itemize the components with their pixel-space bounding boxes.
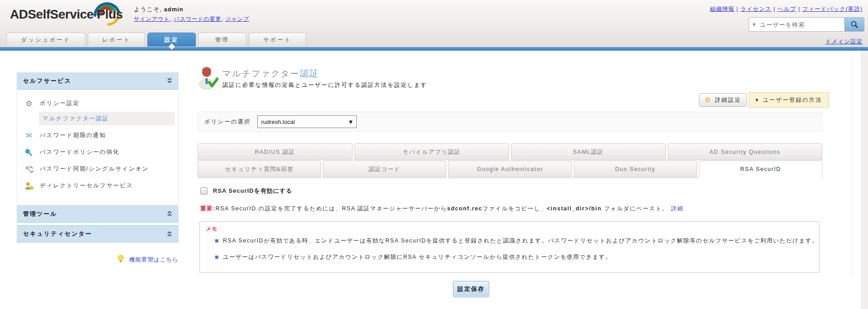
chevron-down-icon: ▼ bbox=[755, 98, 759, 102]
license-link[interactable]: ライセンス bbox=[741, 6, 772, 12]
chevron-double-up-icon bbox=[167, 231, 172, 237]
tab-dashboard[interactable]: ダッシュボード bbox=[6, 33, 85, 47]
policy-select[interactable]: rudresh.local ▼ bbox=[257, 115, 357, 128]
sidebar-item-label: パスワード期限の通知 bbox=[40, 132, 106, 139]
adselfservice-plus-page: ADSelfService Plus ようこそ, admin サインアウト, パ… bbox=[0, 0, 868, 309]
gear-icon: ⚙ bbox=[24, 99, 34, 108]
sidebar-item-label: ポリシー設定 bbox=[40, 100, 80, 107]
sidebar-item-label: ディレクトリーセルフサービス bbox=[40, 182, 133, 190]
accent-bar bbox=[0, 47, 868, 51]
save-settings-button[interactable]: 設定保存 bbox=[453, 281, 489, 297]
tab-radius-auth[interactable]: RADIUS 認証 bbox=[198, 143, 353, 160]
bulb-icon bbox=[117, 258, 126, 264]
user-icon bbox=[24, 182, 34, 190]
advanced-settings-button[interactable]: ⚙ 詳細設定 bbox=[699, 93, 747, 107]
sidebar-item-mfa-selected[interactable]: マルチファクター認証 bbox=[39, 112, 175, 125]
tab-google-authenticator[interactable]: Google Authenticator bbox=[448, 161, 571, 177]
jump-link[interactable]: ジャンプ bbox=[225, 16, 249, 22]
chevron-down-icon: ▼ bbox=[349, 119, 353, 124]
sidebar-item-password-policy[interactable]: パスワードポリシーの強化 bbox=[17, 144, 178, 161]
important-label: 重要: bbox=[200, 205, 216, 212]
sidebar-item-label: パスワードポリシーの強化 bbox=[40, 148, 119, 156]
chevron-double-up-icon bbox=[167, 211, 172, 217]
sidebar-section-label: セルフサービス bbox=[23, 72, 71, 90]
magnifier-icon bbox=[850, 20, 859, 29]
enrollment-methods-button[interactable]: ▼ ユーザー登録の方法 bbox=[749, 92, 829, 108]
policy-selection-bar: ポリシーの選択 rudresh.local ▼ bbox=[198, 112, 822, 132]
page-title: マルチファクター認証 bbox=[222, 68, 319, 80]
vertical-scrollbar[interactable] bbox=[861, 51, 868, 309]
welcome-username: admin bbox=[164, 6, 183, 13]
bullet-icon bbox=[215, 256, 218, 259]
change-password-link[interactable]: パスワードの変更 bbox=[174, 16, 221, 22]
tab-configuration[interactable]: 設定 bbox=[147, 33, 196, 47]
details-link[interactable]: 詳細 bbox=[671, 205, 684, 212]
rsa-enable-checkbox[interactable] bbox=[200, 187, 208, 195]
top-utility-links: 組織情報 | ライセンス | ヘルプ | フィードバック(英語) bbox=[710, 5, 863, 13]
enrollment-methods-label: ユーザー登録の方法 bbox=[763, 96, 822, 104]
sidebar-items: ⚙ ポリシー設定 マルチファクター認証 ✉ パスワード期限の通知 パスワードポリ… bbox=[17, 90, 179, 205]
feedback-link[interactable]: フィードバック(英語) bbox=[802, 6, 863, 12]
main-nav: ダッシュボード レポート 設定 管理 サポート bbox=[6, 33, 306, 47]
tab-mobile-app-auth[interactable]: モバイルアプリ認証 bbox=[354, 143, 509, 160]
memo-title: メモ bbox=[206, 225, 218, 233]
advanced-settings-label: 詳細設定 bbox=[715, 96, 741, 104]
memo-item: ユーザーはパスワードリセットおよびアカウントロック解除にRSA セキュリティコン… bbox=[215, 253, 612, 261]
memo-item: RSA SecurIDが有効である時、エンドユーザーは有効なRSA SecurI… bbox=[215, 237, 818, 245]
tab-duo-security[interactable]: Duo Security bbox=[574, 161, 697, 177]
tab-rsa-securid[interactable]: RSA SecurID bbox=[699, 161, 822, 178]
sidebar-item-label: パスワード同期/シングルサインオン bbox=[40, 165, 149, 173]
sidebar: セルフサービス ⚙ ポリシー設定 マルチファクター認証 ✉ パスワード期限の通知… bbox=[17, 72, 179, 242]
tab-support[interactable]: サポート bbox=[249, 33, 306, 47]
sidebar-item-directory-self-service[interactable]: ディレクトリーセルフサービス bbox=[17, 177, 178, 194]
search-input[interactable] bbox=[759, 21, 844, 29]
policy-select-label: ポリシーの選択 bbox=[204, 118, 251, 126]
tab-ad-security-questions[interactable]: AD Security Questions bbox=[668, 143, 823, 160]
sidebar-section-label: 管理ツール bbox=[23, 205, 57, 223]
memo-box: メモ RSA SecurIDが有効である時、エンドユーザーは有効なRSA Sec… bbox=[199, 221, 820, 273]
org-info-link[interactable]: 組織情報 bbox=[710, 6, 734, 12]
rsa-enable-row: RSA SecurIDを有効にする bbox=[200, 187, 292, 195]
tab-security-qa[interactable]: セキュリティ質問&回答 bbox=[198, 161, 321, 177]
rsa-enable-label: RSA SecurIDを有効にする bbox=[213, 187, 292, 195]
user-search-bar: ▼ bbox=[749, 17, 864, 32]
sync-keys-icon bbox=[24, 165, 34, 173]
welcome-text: ようこそ, admin bbox=[134, 5, 184, 14]
page-subtitle: 認証に必要な情報の定義とユーザーに許可する認証方法を設定します bbox=[222, 81, 427, 89]
search-scope-dropdown-icon[interactable]: ▼ bbox=[749, 23, 759, 27]
search-button[interactable] bbox=[844, 18, 864, 31]
mail-icon: ✉ bbox=[24, 131, 34, 140]
sidebar-item-password-expiry[interactable]: ✉ パスワード期限の通知 bbox=[17, 127, 178, 144]
sidebar-section-admin-tools[interactable]: 管理ツール bbox=[17, 205, 179, 223]
policy-select-value: rudresh.local bbox=[261, 119, 295, 125]
help-link[interactable]: ヘルプ bbox=[778, 6, 796, 12]
sidebar-section-label: セキュリティセンター bbox=[23, 225, 92, 242]
welcome-links: サインアウト, パスワードの変更, ジャンプ bbox=[134, 15, 250, 23]
domain-settings-link[interactable]: ドメイン設定 bbox=[826, 38, 863, 46]
sidebar-section-security-center[interactable]: セキュリティセンター bbox=[17, 225, 179, 242]
tab-verification-code[interactable]: 認証コード bbox=[323, 161, 446, 177]
auth-tabs-row-2: セキュリティ質問&回答 認証コード Google Authenticator D… bbox=[198, 161, 822, 178]
sidebar-item-password-sync[interactable]: パスワード同期/シングルサインオン bbox=[17, 161, 178, 177]
bullet-icon bbox=[215, 239, 218, 242]
container-right-edge bbox=[852, 53, 852, 276]
separator: | bbox=[796, 6, 802, 12]
sidebar-section-self-service[interactable]: セルフサービス bbox=[17, 72, 179, 90]
separator: | bbox=[772, 6, 778, 12]
feature-request-row: 機能要望はこちら bbox=[17, 255, 179, 264]
tab-saml-auth[interactable]: SAML認証 bbox=[511, 143, 666, 160]
chevron-double-down-icon bbox=[167, 78, 172, 84]
auth-tabs-row-1: RADIUS 認証 モバイルアプリ認証 SAML認証 AD Security Q… bbox=[198, 143, 822, 161]
gear-icon: ⚙ bbox=[705, 96, 712, 104]
sign-out-link[interactable]: サインアウト bbox=[134, 16, 170, 22]
important-note: 重要:RSA SecurID の設定を完了するためには、RSA 認証マネージャー… bbox=[200, 205, 684, 213]
mfa-user-check-icon bbox=[198, 66, 218, 91]
key-icon bbox=[24, 148, 34, 157]
tab-reports[interactable]: レポート bbox=[88, 33, 145, 47]
app-logo: ADSelfService Plus bbox=[10, 7, 123, 22]
feature-request-link[interactable]: 機能要望はこちら bbox=[129, 257, 179, 263]
separator: | bbox=[734, 6, 740, 12]
tab-admin[interactable]: 管理 bbox=[198, 33, 246, 47]
sidebar-item-policy-config[interactable]: ⚙ ポリシー設定 bbox=[17, 95, 178, 112]
